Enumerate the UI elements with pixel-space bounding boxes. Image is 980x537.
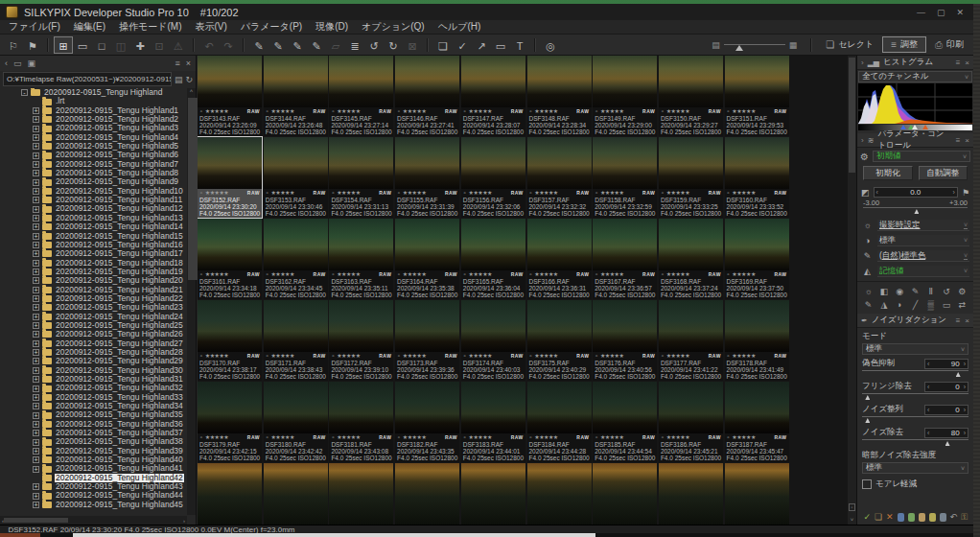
gray-balance-tool-icon[interactable]: ✎ bbox=[249, 36, 268, 54]
full-screen-icon[interactable]: ✚ bbox=[130, 36, 150, 54]
star-rating-icon[interactable]: ★★★★★ bbox=[732, 189, 755, 197]
expand-box-icon[interactable]: + bbox=[33, 493, 39, 500]
grid-display-icon[interactable]: ⊠ bbox=[403, 36, 422, 54]
star-rating-icon[interactable]: ★★★★★ bbox=[534, 189, 557, 197]
rating-dot-icon[interactable]: ∘ bbox=[266, 107, 269, 115]
composite-icon[interactable]: ≣ bbox=[345, 36, 364, 54]
expand-box-icon[interactable]: + bbox=[33, 314, 39, 320]
transform-tool-icon[interactable]: ⇄ bbox=[955, 298, 969, 311]
panel-menu-icon[interactable]: ≡ bbox=[956, 58, 961, 67]
rating-dot-icon[interactable]: ∘ bbox=[595, 433, 598, 441]
size-slider-thumb[interactable] bbox=[735, 45, 743, 51]
copy-mark-icon[interactable]: ❏ bbox=[875, 512, 882, 522]
rating-dot-icon[interactable]: ∘ bbox=[529, 270, 533, 278]
expand-box-icon[interactable]: + bbox=[33, 215, 39, 222]
expand-box-icon[interactable]: + bbox=[33, 179, 39, 186]
sharpness-icon[interactable]: ◭ bbox=[861, 267, 874, 276]
thumbnail-cell[interactable] bbox=[593, 463, 657, 525]
scroll-down-icon[interactable]: ˅ bbox=[848, 517, 856, 523]
star-rating-icon[interactable]: ★★★★★ bbox=[337, 352, 360, 360]
collapse-icon[interactable]: › bbox=[861, 58, 864, 67]
thumbnail-cell[interactable]: ∘★★★★★RAWDSF3170.RAF2020/09/14 23:38:17F… bbox=[198, 300, 262, 381]
panel-close-icon[interactable]: × bbox=[965, 58, 969, 67]
nr-slider-track[interactable] bbox=[862, 370, 968, 378]
fisheye-tool-icon[interactable]: ◗ bbox=[893, 298, 907, 311]
levels-tool-icon[interactable]: ◧ bbox=[876, 285, 891, 297]
star-rating-icon[interactable]: ★★★★★ bbox=[403, 352, 426, 360]
spotting-tool-icon[interactable]: ✎ bbox=[288, 36, 307, 54]
expand-box-icon[interactable]: + bbox=[33, 304, 39, 311]
panel-menu-icon[interactable]: ≡ bbox=[956, 316, 961, 325]
rating-dot-icon[interactable]: ∘ bbox=[199, 270, 203, 278]
exposure-slider[interactable] bbox=[863, 207, 968, 215]
thumbnail-cell[interactable]: ∘★★★★★RAWDSF3155.RAF2020/09/14 23:31:39F… bbox=[395, 137, 459, 218]
thumbnail-cell[interactable]: ∘★★★★★RAWDSF3171.RAF2020/09/14 23:38:43F… bbox=[264, 300, 328, 381]
thumbnail-cell[interactable]: ∘★★★★★RAWDSF3180.RAF2020/09/14 23:42:42F… bbox=[264, 382, 328, 462]
tree-vertical-scrollbar[interactable]: ˄ bbox=[187, 88, 196, 515]
menu-item-1[interactable]: 編集(E) bbox=[67, 20, 112, 34]
increase-icon[interactable]: › bbox=[951, 189, 957, 196]
auto-exposure-icon[interactable]: ⚑ bbox=[962, 188, 969, 198]
gear-icon[interactable]: ⚙ bbox=[860, 152, 869, 162]
label-yellow-icon[interactable] bbox=[929, 513, 936, 522]
thumbnail-cell[interactable]: ∘★★★★★RAWDSF3187.RAF2020/09/14 23:45:47F… bbox=[725, 382, 789, 462]
folder-path-combo[interactable]: O:¥Timelapse Raw(20200531~)¥20200912-091… bbox=[3, 72, 172, 86]
menu-item-3[interactable]: 表示(V) bbox=[189, 20, 234, 34]
star-rating-icon[interactable]: ★★★★★ bbox=[666, 270, 689, 278]
taste-select[interactable]: 初期値 ˅ bbox=[873, 151, 970, 162]
increase-icon[interactable]: › bbox=[962, 361, 968, 367]
tree-item[interactable]: -20200912-0915_Tengu Highland bbox=[0, 88, 187, 97]
loupe-icon[interactable]: ◎ bbox=[541, 36, 560, 54]
star-rating-icon[interactable]: ★★★★★ bbox=[205, 270, 228, 278]
parameter-header[interactable]: › ≋ パラメータ・コントロール ≡× bbox=[857, 133, 973, 148]
compare-view-icon[interactable]: ◫ bbox=[111, 36, 130, 54]
menu-item-5[interactable]: 現像(D) bbox=[309, 20, 355, 34]
star-rating-icon[interactable]: ★★★★★ bbox=[666, 352, 689, 360]
thumbnail-cell[interactable]: ∘★★★★★RAWDSF3184.RAF2020/09/14 23:44:28F… bbox=[527, 382, 592, 462]
expand-box-icon[interactable]: + bbox=[33, 152, 39, 159]
thumbnail-cell[interactable]: ∘★★★★★RAWDSF3178.RAF2020/09/14 23:41:49F… bbox=[725, 300, 789, 381]
combination-view-icon[interactable]: ▭ bbox=[73, 36, 92, 54]
rating-dot-icon[interactable]: ∘ bbox=[727, 433, 731, 441]
noise-mode-select[interactable]: 標準 ˅ bbox=[862, 343, 968, 355]
expand-box-icon[interactable]: + bbox=[33, 233, 39, 240]
settings-tool-icon[interactable]: ⚙ bbox=[955, 285, 969, 297]
noise-reduction-header[interactable]: ✒ ノイズリダクション ≡× bbox=[857, 314, 973, 328]
thumbnail-cell[interactable]: ∘★★★★★RAWDSF3150.RAF2020/09/14 23:29:27F… bbox=[659, 56, 723, 136]
gradation-tool-icon[interactable]: ◮ bbox=[876, 298, 891, 311]
collapse-box-icon[interactable]: - bbox=[21, 89, 28, 96]
star-rating-icon[interactable]: ★★★★★ bbox=[469, 352, 492, 360]
thumbnail-cell[interactable]: ∘★★★★★RAWDSF3156.RAF2020/09/14 23:32:06F… bbox=[461, 137, 525, 218]
rating-dot-icon[interactable]: ∘ bbox=[463, 352, 467, 360]
label-green-icon[interactable] bbox=[908, 513, 915, 522]
thumbnail-cell[interactable]: ∘★★★★★RAWDSF3158.RAF2020/09/14 23:32:59F… bbox=[593, 137, 657, 218]
thumbnail-cell[interactable]: ∘★★★★★RAWDSF3143.RAF2020/09/14 23:26:09F… bbox=[198, 56, 262, 136]
star-rating-icon[interactable]: ★★★★★ bbox=[403, 107, 426, 115]
mark-set-icon[interactable]: ✓ bbox=[453, 36, 472, 54]
moire-checkbox-row[interactable]: モアレ軽減 bbox=[857, 474, 973, 495]
menu-item-0[interactable]: ファイル(F) bbox=[2, 20, 67, 34]
rating-dot-icon[interactable]: ∘ bbox=[266, 189, 269, 197]
rating-dot-icon[interactable]: ∘ bbox=[595, 352, 598, 360]
copy-parameters-icon[interactable]: ❏ bbox=[433, 36, 453, 54]
rating-dot-icon[interactable]: ∘ bbox=[397, 433, 401, 441]
expand-box-icon[interactable]: + bbox=[33, 439, 39, 446]
nr-slider-track[interactable] bbox=[862, 439, 968, 447]
thumbnail-cell[interactable]: ∘★★★★★RAWDSF3167.RAF2020/09/14 23:36:57F… bbox=[593, 219, 657, 299]
thumbnail-cell[interactable]: ∘★★★★★RAWDSF3173.RAF2020/09/14 23:39:36F… bbox=[395, 300, 459, 381]
expand-box-icon[interactable]: + bbox=[33, 206, 39, 213]
rating-dot-icon[interactable]: ∘ bbox=[529, 189, 533, 197]
label-tan-icon[interactable] bbox=[919, 513, 925, 522]
print-button[interactable]: ⎙ 印刷 bbox=[935, 38, 964, 51]
tone-icon[interactable]: ◑ bbox=[861, 236, 874, 245]
expand-box-icon[interactable]: + bbox=[33, 143, 39, 150]
rating-dot-icon[interactable]: ∘ bbox=[661, 189, 665, 197]
expand-box-icon[interactable]: + bbox=[33, 277, 39, 284]
close-icon[interactable]: ✕ bbox=[956, 8, 964, 17]
thumbnail-cell[interactable]: ∘★★★★★RAWDSF3163.RAF2020/09/14 23:35:11F… bbox=[329, 219, 393, 299]
trimming-tool-icon[interactable]: ▱ bbox=[326, 36, 345, 54]
rating-dot-icon[interactable]: ∘ bbox=[331, 433, 335, 441]
check-mark-icon[interactable]: ✓ bbox=[863, 512, 871, 522]
thumbnail-cell[interactable]: ∘★★★★★RAWDSF3172.RAF2020/09/14 23:39:10F… bbox=[329, 300, 393, 381]
star-rating-icon[interactable]: ★★★★★ bbox=[534, 433, 557, 441]
